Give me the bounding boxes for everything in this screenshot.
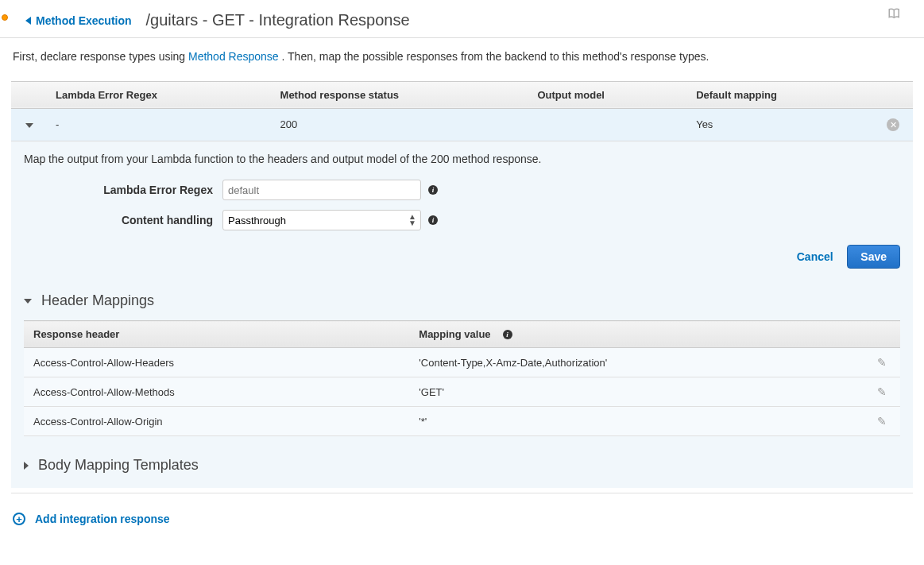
table-row: Access-Control-Allow-Origin '*' ✎: [24, 407, 900, 436]
cell-model: [529, 108, 688, 141]
plus-circle-icon[interactable]: +: [13, 513, 25, 525]
page-title: /guitars - GET - Integration Response: [146, 11, 410, 29]
header-mappings-title: Header Mappings: [41, 292, 154, 309]
pencil-icon[interactable]: ✎: [877, 415, 887, 428]
cell-header: Access-Control-Allow-Headers: [24, 348, 409, 377]
body-templates-title: Body Mapping Templates: [38, 457, 199, 474]
pencil-icon[interactable]: ✎: [877, 356, 887, 369]
intro-suffix: . Then, map the possible responses from …: [282, 50, 709, 63]
cancel-button[interactable]: Cancel: [797, 250, 833, 263]
info-icon[interactable]: [427, 184, 439, 195]
table-row: Access-Control-Allow-Methods 'GET' ✎: [24, 377, 900, 407]
intro-text: First, declare response types using Meth…: [0, 38, 924, 76]
cell-status: 200: [273, 108, 530, 141]
remove-row-icon[interactable]: ✕: [887, 118, 899, 131]
divider: [11, 493, 913, 493]
cell-default: Yes: [688, 108, 873, 141]
add-integration-response-link[interactable]: Add integration response: [35, 513, 170, 525]
chevron-right-icon[interactable]: [24, 462, 29, 470]
chevron-down-icon[interactable]: [24, 299, 32, 304]
info-icon[interactable]: [427, 215, 439, 226]
pencil-icon[interactable]: ✎: [877, 385, 887, 398]
col-status: Method response status: [273, 81, 530, 108]
col-mapping-value-label: Mapping value: [419, 328, 490, 340]
col-default: Default mapping: [688, 81, 873, 108]
table-row[interactable]: - 200 Yes ✕: [11, 108, 913, 141]
cell-header: Access-Control-Allow-Origin: [24, 407, 409, 436]
label-lambda-regex: Lambda Error Regex: [24, 184, 222, 196]
cell-regex: -: [48, 108, 273, 141]
back-link-label: Method Execution: [36, 14, 132, 27]
col-mapping-value: Mapping value: [409, 321, 864, 348]
docs-book-icon[interactable]: [887, 6, 902, 23]
col-expand: [11, 81, 48, 108]
responses-table: Lambda Error Regex Method response statu…: [11, 81, 913, 142]
method-execution-back-link[interactable]: Method Execution: [25, 14, 132, 27]
header-mappings-table: Response header Mapping value Access-Con…: [24, 320, 900, 436]
intro-prefix: First, declare response types using: [13, 50, 188, 63]
expanded-panel: Map the output from your Lambda function…: [11, 141, 913, 488]
label-content-handling: Content handling: [24, 214, 222, 226]
lambda-regex-input[interactable]: [222, 180, 421, 200]
col-regex: Lambda Error Regex: [48, 81, 273, 108]
save-button[interactable]: Save: [847, 245, 900, 269]
cell-value: 'GET': [409, 377, 864, 407]
col-response-header: Response header: [24, 321, 409, 348]
cell-value: '*': [409, 407, 864, 436]
col-edit: [864, 321, 900, 348]
col-model: Output model: [529, 81, 688, 108]
col-actions: [873, 81, 913, 108]
chevron-down-icon[interactable]: [25, 123, 33, 128]
content-handling-select[interactable]: Passthrough: [222, 210, 421, 230]
cell-header: Access-Control-Allow-Methods: [24, 377, 409, 407]
method-response-link[interactable]: Method Response: [188, 50, 279, 63]
arrow-left-icon: [25, 17, 31, 25]
cell-value: 'Content-Type,X-Amz-Date,Authorization': [409, 348, 864, 377]
table-row: Access-Control-Allow-Headers 'Content-Ty…: [24, 348, 900, 377]
selection-marker: [2, 14, 8, 21]
panel-intro: Map the output from your Lambda function…: [24, 153, 900, 165]
info-icon[interactable]: [502, 329, 513, 340]
